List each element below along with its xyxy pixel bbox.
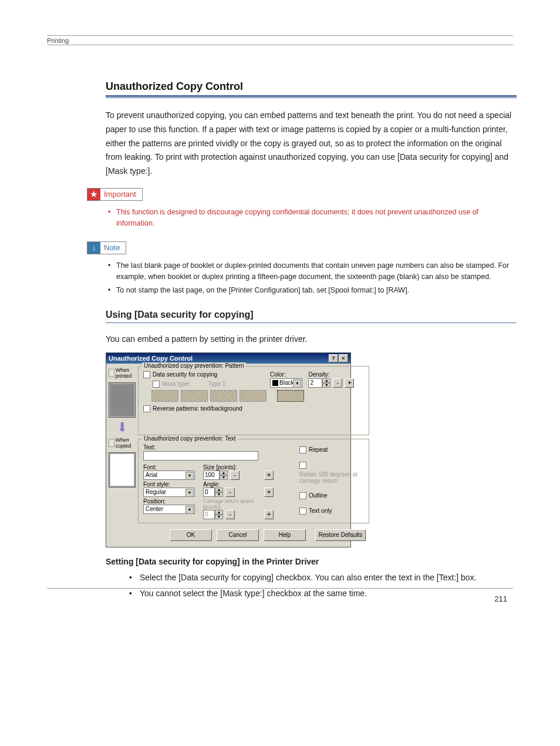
color-label: Color: xyxy=(270,371,302,378)
font-style-label: Font style: xyxy=(143,481,200,488)
mask-type-checkbox[interactable] xyxy=(153,381,160,388)
important-list: This function is designed to discourage … xyxy=(106,207,517,230)
density-minus-button[interactable]: - xyxy=(333,378,342,388)
subsection-title: Using [Data security for copying] xyxy=(106,310,517,320)
spin-up-button[interactable]: ▲ xyxy=(220,471,228,475)
density-label: Density: xyxy=(308,371,354,378)
driver-title: Setting [Data security for copying] in t… xyxy=(106,557,517,566)
list-item: The last blank page of booklet or duplex… xyxy=(106,260,517,283)
copier-icon xyxy=(109,439,114,447)
preview-copied xyxy=(109,452,136,488)
groupbox-legend: Unauthorized copy prevention: Pattern xyxy=(142,362,246,369)
text-label: Text: xyxy=(143,444,156,451)
size-minus-button[interactable]: - xyxy=(230,471,239,480)
spin-up-button[interactable]: ▲ xyxy=(322,378,330,383)
size-input[interactable]: 100 xyxy=(203,471,220,480)
angle-plus-button[interactable]: + xyxy=(264,488,274,497)
repeat-checkbox[interactable] xyxy=(299,446,306,453)
outline-checkbox[interactable] xyxy=(299,492,306,499)
swatch-selected[interactable] xyxy=(277,390,304,402)
dialog-screenshot: Unauthorized Copy Control ? × When print… xyxy=(106,352,351,547)
angle-label: Angle: xyxy=(203,481,274,488)
textonly-label: Text only xyxy=(309,508,332,514)
font-style-dropdown[interactable]: Regular xyxy=(143,488,195,497)
help-button[interactable]: Help xyxy=(264,529,306,541)
color-dropdown[interactable]: Black xyxy=(270,378,302,388)
help-titlebar-button[interactable]: ? xyxy=(329,354,338,362)
printer-icon xyxy=(109,369,114,377)
preview-printed xyxy=(109,382,136,418)
swatch[interactable] xyxy=(210,390,237,402)
density-input[interactable]: 2 xyxy=(308,378,322,388)
when-printed-label: When printed xyxy=(109,367,136,379)
note-callout: ↓ Note xyxy=(87,241,126,254)
dialog-title: Unauthorized Copy Control xyxy=(109,355,193,362)
list-item: This function is designed to discourage … xyxy=(106,207,517,230)
text-groupbox: Unauthorized copy prevention: Text Repea… xyxy=(138,439,369,523)
arrow-down-icon: ↓ xyxy=(87,242,100,254)
size-plus-button[interactable]: + xyxy=(264,471,274,480)
reverse-label: Reverse patterns: text/background xyxy=(153,405,242,412)
intro-paragraph: To prevent unauthorized copying, you can… xyxy=(106,109,517,179)
list-item: You cannot select the [Mask type:] check… xyxy=(129,587,517,601)
textonly-checkbox[interactable] xyxy=(299,508,306,515)
crspace-minus-button[interactable]: - xyxy=(225,510,235,519)
swatch[interactable] xyxy=(151,390,178,402)
data-security-checkbox[interactable] xyxy=(143,371,150,378)
angle-input[interactable]: 0 xyxy=(203,488,215,497)
swatch[interactable] xyxy=(239,390,266,402)
font-dropdown[interactable]: Arial xyxy=(143,471,195,480)
note-list: The last blank page of booklet or duplex… xyxy=(106,260,517,297)
subsection-intro: You can embed a pattern by setting in th… xyxy=(106,332,517,347)
rotate-checkbox[interactable] xyxy=(299,462,306,469)
driver-list: Select the [Data security for copying] c… xyxy=(129,571,517,601)
section-title: Unauthorized Copy Control xyxy=(106,80,517,93)
important-callout: ★ Important xyxy=(87,188,143,201)
crspace-input[interactable]: 0 xyxy=(203,510,215,519)
density-plus-button[interactable]: + xyxy=(345,378,354,388)
close-titlebar-button[interactable]: × xyxy=(339,354,348,362)
running-header: Printing xyxy=(47,37,513,44)
note-label: Note xyxy=(100,243,126,252)
spin-up-button[interactable]: ▲ xyxy=(215,510,223,515)
pattern-groupbox: Unauthorized copy prevention: Pattern Da… xyxy=(138,366,369,435)
list-item: To not stamp the last page, on the [Prin… xyxy=(106,285,517,296)
swatch[interactable] xyxy=(181,390,208,402)
position-dropdown[interactable]: Center xyxy=(143,505,195,514)
arrow-down-icon: ⬇ xyxy=(117,424,127,431)
important-label: Important xyxy=(100,190,142,199)
label-text: When printed xyxy=(116,367,136,379)
pattern-swatches xyxy=(151,390,364,402)
restore-defaults-button[interactable]: Restore Defaults xyxy=(315,529,366,541)
ok-button[interactable]: OK xyxy=(170,529,212,541)
list-item: Select the [Data security for copying] c… xyxy=(129,571,517,585)
text-input[interactable] xyxy=(143,451,258,461)
spin-down-button[interactable]: ▼ xyxy=(322,383,330,388)
spin-up-button[interactable]: ▲ xyxy=(215,488,223,492)
repeat-label: Repeat xyxy=(309,446,328,453)
font-label: Font: xyxy=(143,464,200,471)
spin-down-button[interactable]: ▼ xyxy=(215,492,223,497)
outline-label: Outline xyxy=(309,492,328,499)
size-label: Size [points]: xyxy=(203,464,274,471)
cancel-button[interactable]: Cancel xyxy=(217,529,259,541)
data-security-label: Data security for copying xyxy=(153,371,217,378)
crspace-plus-button[interactable]: + xyxy=(264,510,274,519)
mask-type-label: Mask type: xyxy=(162,381,190,387)
spin-down-button[interactable]: ▼ xyxy=(215,515,223,519)
groupbox-legend: Unauthorized copy prevention: Text xyxy=(142,435,238,442)
reverse-checkbox[interactable] xyxy=(143,405,150,412)
rotate-label: Rotate 180 degrees at carriage return xyxy=(299,471,363,484)
color-value: Black xyxy=(279,379,294,386)
spin-down-button[interactable]: ▼ xyxy=(220,475,228,480)
page-number: 211 xyxy=(494,594,507,603)
mask-type-value: Type 1 xyxy=(208,381,225,387)
angle-minus-button[interactable]: - xyxy=(225,488,235,497)
when-copied-label: When copied xyxy=(109,437,136,449)
label-text: When copied xyxy=(116,437,136,449)
crspace-label: Carriage return space [points]: xyxy=(203,498,274,510)
star-icon: ★ xyxy=(87,189,100,200)
position-label: Position: xyxy=(143,498,200,505)
